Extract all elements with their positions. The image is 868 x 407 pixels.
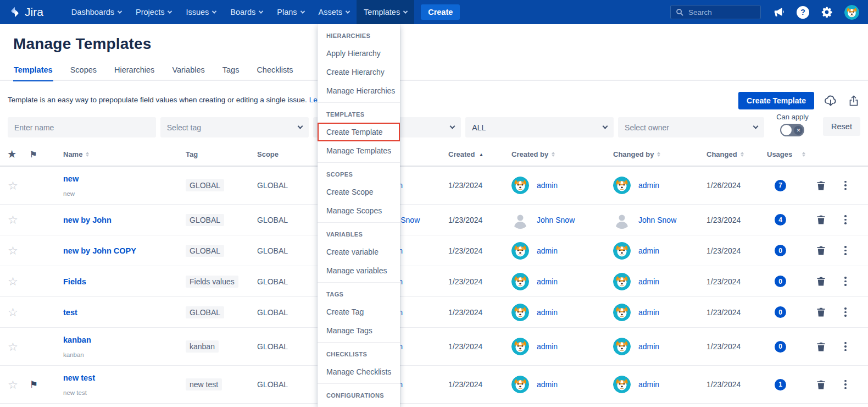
delete-button[interactable]	[815, 341, 841, 353]
created-by-link[interactable]: admin	[537, 181, 558, 190]
template-name-link[interactable]: test	[63, 308, 186, 317]
dog-avatar-icon	[511, 177, 529, 194]
favorite-star-icon[interactable]: ☆	[8, 379, 30, 391]
can-apply-toggle[interactable]: ✕	[780, 124, 804, 136]
delete-button[interactable]	[815, 306, 841, 318]
trash-icon	[815, 379, 827, 391]
menu-item-manage-hierarchies[interactable]: Manage Hierarchies	[318, 81, 400, 100]
column-header-created[interactable]: Created▲	[448, 150, 511, 158]
favorite-star-icon[interactable]: ☆	[8, 245, 30, 256]
column-header-changed[interactable]: Changed	[706, 150, 767, 158]
column-header-tag[interactable]: Tag	[186, 150, 257, 158]
more-actions-kebab-button[interactable]	[841, 277, 850, 286]
more-actions-kebab-button[interactable]	[841, 215, 850, 224]
template-name-link[interactable]: Fields	[63, 277, 186, 286]
nav-item-plans[interactable]: Plans	[270, 0, 311, 24]
menu-item-create-template[interactable]: Create Template	[318, 123, 400, 141]
jira-logo-text: Jira	[25, 6, 43, 19]
changed-by-link[interactable]: admin	[638, 380, 659, 389]
more-actions-kebab-button[interactable]	[841, 342, 850, 351]
tab-hierarchies[interactable]: Hierarchies	[114, 65, 155, 80]
delete-button[interactable]	[815, 180, 841, 191]
import-cloud-icon[interactable]	[824, 94, 838, 108]
tab-templates[interactable]: Templates	[13, 65, 53, 81]
delete-button[interactable]	[815, 379, 841, 391]
menu-item-manage-tags[interactable]: Manage Tags	[318, 321, 400, 340]
more-actions-kebab-button[interactable]	[841, 181, 850, 190]
favorite-star-icon[interactable]: ☆	[8, 180, 30, 191]
user-avatar[interactable]	[844, 5, 859, 20]
column-header-name[interactable]: Name	[54, 150, 186, 158]
menu-item-manage-scopes[interactable]: Manage Scopes	[318, 201, 400, 220]
reset-button[interactable]: Reset	[823, 117, 860, 136]
template-name-link[interactable]: new test	[63, 373, 186, 382]
trash-icon	[815, 180, 827, 191]
tab-scopes[interactable]: Scopes	[70, 65, 97, 80]
type-filter-select[interactable]: ALL	[465, 117, 614, 138]
changed-by-link[interactable]: admin	[638, 181, 659, 190]
created-by-link[interactable]: admin	[537, 277, 558, 286]
more-actions-kebab-button[interactable]	[841, 307, 850, 317]
search-input[interactable]: Search	[670, 5, 761, 19]
template-name-link[interactable]: new by John COPY	[63, 246, 186, 255]
nav-item-projects[interactable]: Projects	[129, 0, 179, 24]
favorite-column-star-icon[interactable]: ★	[8, 148, 30, 160]
create-template-button[interactable]: Create Template	[738, 92, 814, 109]
menu-item-apply-hierarchy[interactable]: Apply Hierarchy	[318, 44, 400, 63]
created-by-link[interactable]: admin	[537, 308, 558, 317]
changed-by-link[interactable]: admin	[638, 277, 659, 286]
created-by-link[interactable]: John Snow	[537, 216, 575, 224]
column-header-changed-by[interactable]: Changed by	[613, 150, 706, 158]
template-name-link[interactable]: new by John	[63, 216, 186, 224]
menu-item-create-variable[interactable]: Create variable	[318, 243, 400, 261]
nav-item-boards[interactable]: Boards	[223, 0, 270, 24]
sort-icon	[657, 152, 660, 157]
template-name-link[interactable]: kanban	[63, 336, 186, 344]
favorite-star-icon[interactable]: ☆	[8, 341, 30, 353]
settings-gear-icon[interactable]	[821, 6, 833, 18]
delete-button[interactable]	[815, 245, 841, 256]
tab-tags[interactable]: Tags	[222, 65, 240, 80]
favorite-star-icon[interactable]: ☆	[8, 276, 30, 287]
menu-item-create-tag[interactable]: Create Tag	[318, 302, 400, 321]
menu-item-create-scope[interactable]: Create Scope	[318, 183, 400, 201]
nav-item-dashboards[interactable]: Dashboards	[64, 0, 129, 24]
tag-filter-select[interactable]: Select tag	[160, 117, 309, 138]
menu-item-manage-templates[interactable]: Manage Templates	[318, 141, 400, 160]
favorite-star-icon[interactable]: ☆	[8, 306, 30, 318]
sort-asc-icon: ▲	[478, 152, 483, 157]
global-create-button[interactable]: Create	[421, 4, 460, 20]
flag-icon[interactable]: ⚑	[30, 380, 54, 389]
nav-item-templates[interactable]: Templates	[357, 0, 414, 24]
jira-logo[interactable]: Jira	[9, 6, 43, 19]
menu-item-create-hierarchy[interactable]: Create Hierarchy	[318, 63, 400, 81]
delete-button[interactable]	[815, 276, 841, 287]
favorite-star-icon[interactable]: ☆	[8, 214, 30, 226]
help-icon[interactable]: ?	[797, 6, 809, 19]
nav-item-assets[interactable]: Assets	[311, 0, 357, 24]
name-filter-input[interactable]: Enter name	[8, 117, 156, 138]
changed-by-link[interactable]: admin	[638, 308, 659, 317]
changed-by-link[interactable]: John Snow	[638, 216, 676, 224]
menu-item-permissions[interactable]: Permissions	[318, 404, 400, 407]
tab-checklists[interactable]: Checklists	[256, 65, 293, 80]
menu-item-manage-checklists[interactable]: Manage Checklists	[318, 362, 400, 381]
owner-filter-select[interactable]: Select owner	[618, 117, 764, 138]
template-name-link[interactable]: new	[63, 174, 186, 183]
more-actions-kebab-button[interactable]	[841, 246, 850, 255]
changed-by-link[interactable]: admin	[638, 246, 659, 255]
changed-by-link[interactable]: admin	[638, 342, 659, 351]
created-by-link[interactable]: admin	[537, 342, 558, 351]
column-header-usages[interactable]: Usages	[767, 150, 815, 158]
nav-item-issues[interactable]: Issues	[179, 0, 223, 24]
column-header-created-by[interactable]: Created by	[511, 150, 613, 158]
menu-item-manage-variables[interactable]: Manage variables	[318, 261, 400, 280]
export-share-icon[interactable]	[847, 94, 860, 107]
tab-variables[interactable]: Variables	[171, 65, 205, 80]
more-actions-kebab-button[interactable]	[841, 380, 850, 389]
megaphone-icon[interactable]	[772, 6, 785, 19]
delete-button[interactable]	[815, 214, 841, 226]
created-by-link[interactable]: admin	[537, 246, 558, 255]
created-by-link[interactable]: admin	[537, 380, 558, 389]
flag-column-flag-icon[interactable]: ⚑	[30, 150, 54, 160]
